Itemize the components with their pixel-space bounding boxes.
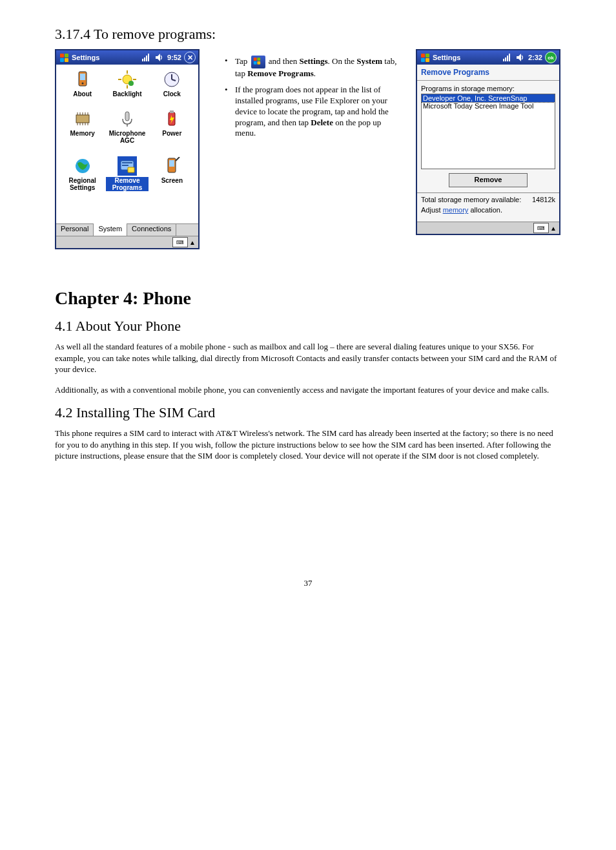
settings-device-screenshot: Settings 9:52 ✕ AboutBacklightClo [55,49,200,249]
svg-rect-35 [122,165,128,166]
remove-button[interactable]: Remove [449,173,528,187]
paragraph-41b: Additionally, as with a conventional mob… [55,384,561,396]
tile-label: Screen [161,177,183,184]
paragraph-41a: As well all the standard features of a m… [55,341,561,375]
close-icon[interactable]: ✕ [184,52,196,63]
settings-tile-power[interactable]: Power [150,108,194,150]
backlight-icon [118,70,137,89]
page-number: 37 [55,578,561,588]
speaker-icon [515,52,526,63]
signal-icon [502,52,513,63]
about-icon [73,70,92,89]
total-storage-label: Total storage memory available: [421,196,521,203]
settings-tile-clock[interactable]: Clock [150,68,194,104]
tab-personal[interactable]: Personal [56,224,94,236]
svg-rect-41 [505,57,506,61]
speaker-icon [154,52,165,63]
svg-rect-43 [509,54,510,61]
tab-connections[interactable]: Connections [127,224,176,236]
settings-tile-backlight[interactable]: Backlight [105,68,149,104]
chapter-title: Chapter 4: Phone [55,288,561,309]
svg-rect-36 [128,167,134,172]
start-flag-icon[interactable] [59,52,69,63]
sip-arrow-icon[interactable]: ▲ [550,225,557,232]
remove-icon [118,156,137,176]
device-time: 2:32 [528,54,542,61]
tile-label: About [73,90,92,98]
instruction-list: Tap and then Settings. On the System tab… [213,56,403,139]
settings-tile-screen[interactable]: Screen [150,155,194,198]
start-flag-icon[interactable] [420,52,430,63]
tile-label: Microphone AGC [106,130,148,144]
settings-tile-memory[interactable]: Memory [60,108,105,150]
start-flag-inline-icon [251,56,265,68]
svg-marker-4 [156,54,160,61]
memory-icon [73,109,92,129]
settings-tile-remove[interactable]: Remove Programs [105,155,149,198]
programs-list-label: Programs in storage memory: [421,85,555,92]
remove-programs-title: Remove Programs [417,65,559,81]
settings-tile-mic[interactable]: Microphone AGC [105,108,149,150]
svg-rect-28 [125,112,129,121]
svg-rect-34 [122,162,132,163]
svg-rect-17 [76,115,89,123]
device-title: Settings [72,54,99,61]
total-storage-value: 14812k [532,196,555,203]
section-42-title: 4.2 Installing The SIM Card [55,404,561,421]
device-title: Settings [433,54,460,61]
svg-point-13 [128,81,134,86]
signal-icon [141,52,152,63]
svg-rect-31 [170,110,174,113]
tile-label: Remove Programs [106,177,148,191]
section-41-title: 4.1 About Your Phone [55,318,561,335]
settings-tile-globe[interactable]: Regional Settings [60,155,105,198]
svg-marker-44 [517,54,521,61]
settings-tile-about[interactable]: About [60,68,105,104]
power-icon [162,109,181,129]
tab-system[interactable]: System [94,223,127,236]
svg-rect-38 [169,160,174,167]
sip-arrow-icon[interactable]: ▲ [189,239,196,246]
svg-rect-2 [146,56,147,61]
section-heading: 3.17.4 To remove programs: [55,26,561,43]
tile-label: Backlight [112,90,141,98]
svg-rect-0 [142,59,143,61]
programs-listbox[interactable]: Developer One, Inc. ScreenSnapMicrosoft … [421,94,555,169]
tile-label: Clock [163,90,181,98]
svg-rect-1 [144,57,145,61]
clock-icon [162,70,181,89]
mic-icon [118,109,137,129]
svg-point-7 [81,83,83,85]
svg-rect-3 [148,54,149,61]
ok-icon[interactable]: ok [545,52,557,63]
memory-link[interactable]: memory [443,206,469,214]
tile-label: Regional Settings [61,177,103,191]
globe-icon [73,156,92,176]
svg-rect-6 [80,74,85,80]
screen-icon [162,156,181,176]
tile-label: Memory [70,130,94,137]
program-list-item[interactable]: Microsoft Today Screen Image Tool [422,102,555,110]
svg-line-39 [176,157,180,161]
remove-programs-device-screenshot: Settings 2:32 ok Remove Programs [416,49,560,235]
paragraph-42: This phone requires a SIM card to intera… [55,428,561,462]
tile-label: Power [162,130,181,137]
svg-rect-40 [503,59,504,61]
keyboard-icon[interactable]: ⌨ [533,223,549,233]
svg-rect-42 [507,56,508,61]
device-time: 9:52 [167,54,181,61]
keyboard-icon[interactable]: ⌨ [172,237,188,247]
program-list-item[interactable]: Developer One, Inc. ScreenSnap [422,94,555,102]
